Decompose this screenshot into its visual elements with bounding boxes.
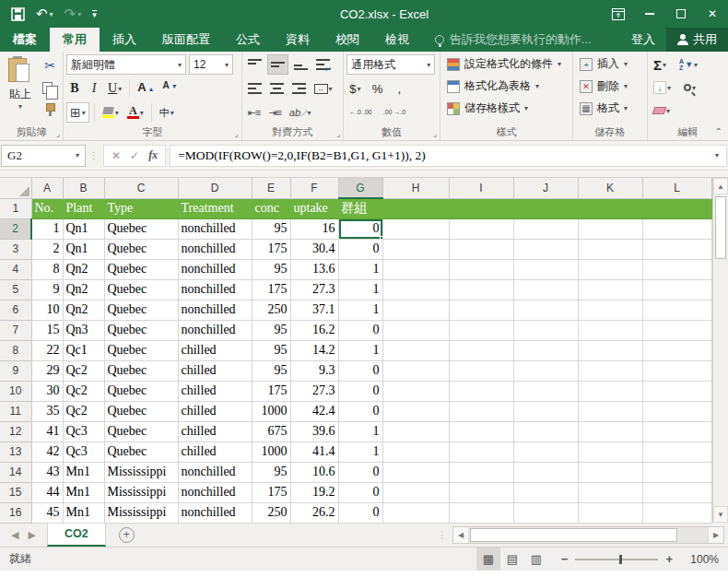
- cell-G15[interactable]: 0: [338, 482, 382, 502]
- decrease-decimal-button[interactable]: .00 →.0: [381, 102, 409, 123]
- cell-E9[interactable]: 95: [252, 360, 290, 381]
- scroll-up-icon[interactable]: ▲: [713, 178, 728, 194]
- cell-G9[interactable]: 0: [338, 360, 382, 381]
- cell-L8[interactable]: [642, 340, 711, 360]
- autosum-button[interactable]: Σ▾: [651, 54, 669, 75]
- cell-L4[interactable]: [642, 259, 711, 279]
- cell-C8[interactable]: Quebec: [104, 340, 178, 360]
- number-dialog-launcher[interactable]: ⌟: [433, 129, 437, 138]
- cell-C4[interactable]: Quebec: [104, 259, 178, 279]
- cell-F3[interactable]: 30.4: [290, 239, 338, 259]
- cell-E1[interactable]: conc: [252, 198, 290, 218]
- cell-J9[interactable]: [513, 360, 578, 381]
- conditional-formatting-button[interactable]: 設定格式化的條件▾: [443, 53, 569, 75]
- cell-D14[interactable]: nonchilled: [178, 462, 252, 482]
- font-color-button[interactable]: A▾: [124, 102, 147, 123]
- cell-B15[interactable]: Mn1: [63, 482, 104, 502]
- cell-B6[interactable]: Qn2: [63, 300, 104, 320]
- tab-scroll-grip[interactable]: ⋮: [438, 530, 447, 540]
- tab-公式[interactable]: 公式: [223, 28, 273, 52]
- decrease-indent-button[interactable]: ⇤≡: [245, 102, 264, 123]
- cell-L7[interactable]: [642, 320, 711, 340]
- row-header-2[interactable]: 2: [0, 218, 31, 239]
- cell-J1[interactable]: [513, 198, 578, 218]
- zoom-slider[interactable]: [575, 559, 658, 560]
- cut-button[interactable]: ✂: [40, 55, 60, 76]
- cell-A13[interactable]: 42: [31, 442, 63, 462]
- active-cell-G2[interactable]: 0: [338, 218, 382, 239]
- cell-H16[interactable]: [382, 502, 449, 523]
- cell-B14[interactable]: Mn1: [63, 462, 104, 482]
- cell-I5[interactable]: [449, 279, 513, 300]
- column-header-L[interactable]: L: [642, 178, 711, 198]
- cell-F9[interactable]: 9.3: [290, 360, 338, 381]
- fill-button[interactable]: ↓▾: [651, 77, 674, 98]
- cell-K4[interactable]: [578, 259, 642, 279]
- row-header-6[interactable]: 6: [0, 300, 31, 320]
- row-header-16[interactable]: 16: [0, 502, 31, 523]
- cell-G10[interactable]: 0: [338, 381, 382, 401]
- cell-G14[interactable]: 0: [338, 462, 382, 482]
- zoom-in-button[interactable]: +: [665, 552, 673, 566]
- new-sheet-button[interactable]: +: [119, 527, 135, 543]
- cell-F10[interactable]: 27.3: [290, 381, 338, 401]
- cell-B10[interactable]: Qc2: [63, 381, 104, 401]
- horizontal-scrollbar[interactable]: ◀ ▶: [452, 526, 724, 544]
- cell-E5[interactable]: 175: [252, 279, 290, 300]
- cell-I14[interactable]: [449, 462, 513, 482]
- cell-L5[interactable]: [642, 279, 711, 300]
- increase-decimal-button[interactable]: ←.0 .00: [346, 102, 375, 123]
- cell-L6[interactable]: [642, 300, 711, 320]
- cell-D8[interactable]: chilled: [178, 340, 252, 360]
- cell-D9[interactable]: chilled: [178, 360, 252, 381]
- underline-button[interactable]: U▾: [105, 78, 124, 99]
- cell-B11[interactable]: Qc2: [63, 401, 104, 421]
- cell-H1[interactable]: [382, 198, 449, 218]
- cell-F8[interactable]: 14.2: [290, 340, 338, 360]
- cell-A15[interactable]: 44: [31, 482, 63, 502]
- cell-I1[interactable]: [449, 198, 513, 218]
- cell-J12[interactable]: [513, 421, 578, 442]
- fill-handle[interactable]: [380, 236, 383, 240]
- cell-E14[interactable]: 95: [252, 462, 290, 482]
- column-header-J[interactable]: J: [513, 178, 578, 198]
- cell-J3[interactable]: [513, 239, 578, 259]
- cell-F12[interactable]: 39.6: [290, 421, 338, 442]
- cell-J8[interactable]: [513, 340, 578, 360]
- font-size-combo[interactable]: 12▾: [189, 54, 233, 75]
- normal-view-button[interactable]: ▦: [476, 548, 500, 571]
- format-painter-button[interactable]: [40, 100, 60, 120]
- cell-L14[interactable]: [642, 462, 711, 482]
- align-center-button[interactable]: [267, 78, 287, 99]
- cell-D2[interactable]: nonchilled: [178, 218, 252, 239]
- cell-A10[interactable]: 30: [31, 381, 63, 401]
- cell-F7[interactable]: 16.2: [290, 320, 338, 340]
- cell-L16[interactable]: [642, 502, 711, 523]
- cell-C3[interactable]: Quebec: [104, 239, 178, 259]
- cell-A2[interactable]: 1: [31, 218, 63, 239]
- insert-function-button[interactable]: fx: [148, 148, 158, 162]
- cell-G7[interactable]: 0: [338, 320, 382, 340]
- tell-me-box[interactable]: 告訴我您想要執行的動作...: [435, 28, 620, 52]
- cell-D15[interactable]: nonchilled: [178, 482, 252, 502]
- cell-D5[interactable]: nonchilled: [178, 279, 252, 300]
- cell-A4[interactable]: 8: [31, 259, 63, 279]
- cell-I4[interactable]: [449, 259, 513, 279]
- column-header-F[interactable]: F: [290, 178, 338, 198]
- cell-I3[interactable]: [449, 239, 513, 259]
- select-all-button[interactable]: [0, 178, 31, 198]
- cell-F2[interactable]: 16: [290, 218, 338, 239]
- column-header-I[interactable]: I: [449, 178, 513, 198]
- cell-J6[interactable]: [513, 300, 578, 320]
- cell-D11[interactable]: chilled: [178, 401, 252, 421]
- cell-A16[interactable]: 45: [31, 502, 63, 523]
- cell-C12[interactable]: Quebec: [104, 421, 178, 442]
- decrease-font-button[interactable]: A▼: [159, 78, 180, 99]
- cell-C6[interactable]: Quebec: [104, 300, 178, 320]
- cell-G13[interactable]: 1: [338, 442, 382, 462]
- cell-J4[interactable]: [513, 259, 578, 279]
- cell-B7[interactable]: Qn3: [63, 320, 104, 340]
- scroll-right-icon[interactable]: ▶: [708, 527, 723, 543]
- cell-E4[interactable]: 95: [252, 259, 290, 279]
- cell-F16[interactable]: 26.2: [290, 502, 338, 523]
